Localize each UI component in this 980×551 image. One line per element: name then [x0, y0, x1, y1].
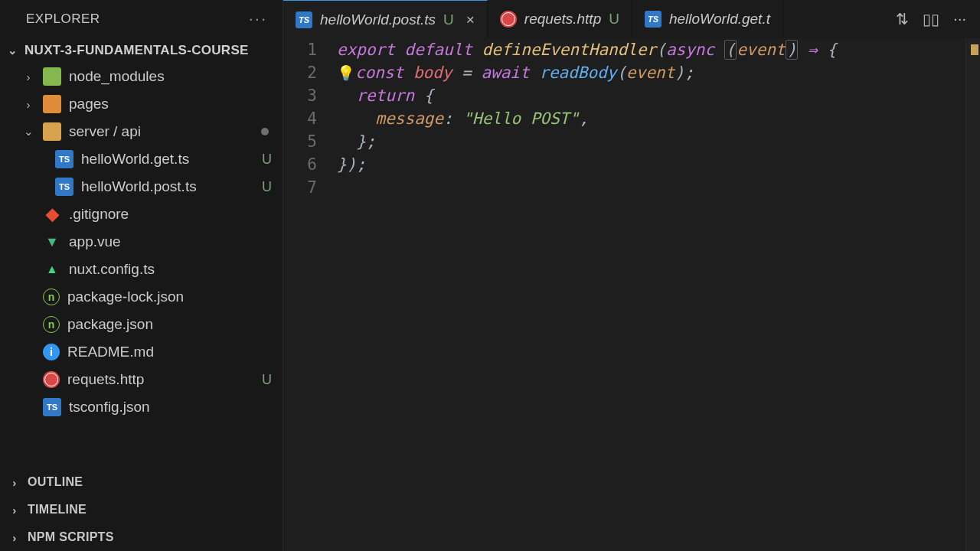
http-file-icon [43, 371, 60, 388]
line-number: 2 [283, 61, 317, 84]
http-file-icon [500, 11, 517, 28]
modified-indicator-icon [261, 128, 269, 135]
tab-label: helloWorld.post.ts [320, 11, 436, 28]
npm-file-icon: n [43, 289, 60, 305]
file-label: helloWorld.post.ts [81, 178, 197, 195]
panel-outline[interactable]: › OUTLINE [0, 468, 283, 496]
minimap[interactable] [966, 38, 980, 551]
file-gitignore[interactable]: ◆ .gitignore [0, 201, 283, 228]
tab-label: helloWorld.get.t [669, 11, 770, 28]
code-editor[interactable]: 1 2 3 4 5 6 7 export default defineEvent… [283, 38, 980, 551]
explorer-more-icon[interactable]: ··· [249, 9, 267, 29]
panel-timeline[interactable]: › TIMELINE [0, 496, 283, 523]
line-number: 4 [283, 107, 317, 130]
folder-label: server / api [69, 123, 141, 140]
panel-label: TIMELINE [28, 503, 87, 517]
explorer-sidebar: EXPLORER ··· ⌄ NUXT-3-FUNDAMENTALS-COURS… [0, 0, 283, 551]
npm-file-icon: n [43, 316, 60, 333]
git-status: U [262, 372, 272, 388]
tab-label: requets.http [524, 11, 601, 28]
chevron-down-icon: ⌄ [6, 44, 20, 57]
minimap-viewport[interactable] [971, 44, 978, 55]
panel-label: NPM SCRIPTS [28, 530, 114, 544]
folder-label: node_modules [69, 68, 165, 85]
tab-git-status: U [443, 11, 454, 28]
file-package-lock[interactable]: n package-lock.json [0, 283, 283, 311]
code-content[interactable]: export default defineEventHandler(async … [331, 38, 966, 551]
chevron-right-icon: › [8, 476, 21, 489]
file-label: tsconfig.json [69, 399, 150, 416]
lightbulb-icon[interactable]: 💡 [337, 64, 355, 81]
project-name: NUXT-3-FUNDAMENTALS-COURSE [24, 43, 249, 58]
chevron-right-icon: › [21, 70, 35, 83]
ts-file-icon: TS [645, 11, 662, 28]
project-root[interactable]: ⌄ NUXT-3-FUNDAMENTALS-COURSE [0, 38, 283, 63]
git-file-icon: ◆ [43, 205, 61, 223]
vue-file-icon: ▼ [43, 233, 61, 251]
nuxt-file-icon: ▲ [43, 260, 61, 279]
folder-label: pages [69, 96, 109, 112]
folder-icon [43, 122, 61, 141]
file-helloworld-get[interactable]: TS helloWorld.get.ts U [0, 145, 283, 173]
tab-helloworld-get[interactable]: TS helloWorld.get.t [632, 0, 783, 38]
git-status: U [262, 152, 272, 168]
file-package-json[interactable]: n package.json [0, 311, 283, 338]
chevron-right-icon: › [8, 504, 21, 517]
chevron-right-icon: › [21, 98, 35, 111]
info-file-icon: i [43, 344, 60, 360]
file-label: requets.http [67, 371, 144, 388]
folder-node-modules[interactable]: › node_modules [0, 63, 283, 90]
folder-icon [43, 67, 61, 86]
file-label: .gitignore [69, 206, 129, 223]
chevron-right-icon: › [8, 531, 21, 544]
tab-bar: TS helloWorld.post.ts U × requets.http U… [283, 0, 980, 38]
line-number: 1 [283, 38, 317, 61]
file-tsconfig[interactable]: TS tsconfig.json [0, 393, 283, 421]
file-label: app.vue [69, 233, 121, 250]
ts-file-icon: TS [55, 150, 74, 168]
explorer-header: EXPLORER ··· [0, 0, 283, 38]
file-nuxt-config[interactable]: ▲ nuxt.config.ts [0, 256, 283, 283]
compare-changes-icon[interactable]: ⇅ [896, 10, 909, 28]
sidebar-bottom-panels: › OUTLINE › TIMELINE › NPM SCRIPTS [0, 468, 283, 551]
panel-label: OUTLINE [28, 475, 83, 489]
file-label: helloWorld.get.ts [81, 151, 189, 168]
split-editor-icon[interactable]: ▯▯ [923, 10, 939, 28]
tab-helloworld-post[interactable]: TS helloWorld.post.ts U × [283, 0, 488, 38]
explorer-title: EXPLORER [26, 11, 100, 27]
file-requests-http[interactable]: requets.http U [0, 366, 283, 393]
file-tree: › node_modules › pages ⌄ server / api TS… [0, 63, 283, 468]
line-number: 5 [283, 130, 317, 153]
line-number: 3 [283, 84, 317, 107]
git-status: U [262, 179, 272, 195]
chevron-down-icon: ⌄ [21, 125, 35, 139]
ts-file-icon: TS [43, 398, 61, 416]
folder-pages[interactable]: › pages [0, 90, 283, 118]
file-label: nuxt.config.ts [69, 261, 155, 278]
more-actions-icon[interactable]: ··· [953, 10, 966, 28]
line-gutter: 1 2 3 4 5 6 7 [283, 38, 331, 551]
editor-pane: TS helloWorld.post.ts U × requets.http U… [283, 0, 980, 551]
file-readme[interactable]: i README.md [0, 338, 283, 366]
tab-git-status: U [609, 11, 619, 28]
ts-file-icon: TS [296, 11, 312, 28]
file-label: package.json [67, 316, 153, 333]
tab-requests-http[interactable]: requets.http U [488, 0, 632, 38]
folder-server-api[interactable]: ⌄ server / api [0, 118, 283, 145]
file-label: README.md [67, 344, 154, 360]
line-number: 7 [283, 176, 317, 199]
folder-icon [43, 95, 61, 113]
close-icon[interactable]: × [466, 11, 475, 28]
file-app-vue[interactable]: ▼ app.vue [0, 228, 283, 256]
file-label: package-lock.json [67, 289, 184, 305]
ts-file-icon: TS [55, 178, 74, 196]
tab-actions: ⇅ ▯▯ ··· [896, 10, 980, 28]
file-helloworld-post[interactable]: TS helloWorld.post.ts U [0, 173, 283, 201]
line-number: 6 [283, 153, 317, 176]
panel-npm-scripts[interactable]: › NPM SCRIPTS [0, 523, 283, 551]
